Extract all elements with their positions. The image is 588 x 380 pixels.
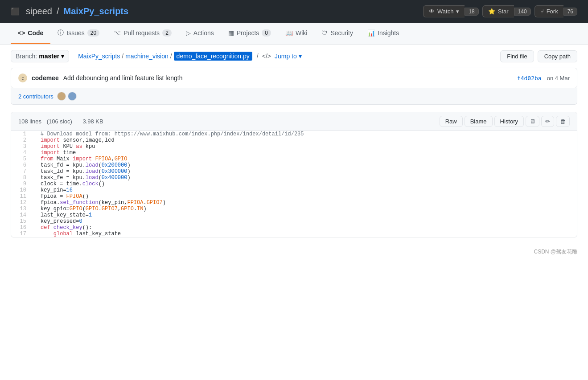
line-number[interactable]: 6 xyxy=(11,162,33,168)
tab-issues-label: Issues xyxy=(66,29,84,37)
tab-code[interactable]: <> Code xyxy=(11,23,50,44)
watch-button[interactable]: 👁 Watch ▾ xyxy=(423,5,465,17)
code-bracket-icon: </> xyxy=(262,53,271,60)
table-row: 13 key_gpio=GPIO(GPIO.GPIO7,GPIO.IN) xyxy=(11,206,577,212)
owner-link[interactable]: sipeed xyxy=(26,6,52,16)
author-link[interactable]: codemee xyxy=(32,74,59,82)
commit-hash-link[interactable]: f4d02ba xyxy=(517,75,542,82)
code-line-content: key_pressed=0 xyxy=(33,218,577,225)
line-number[interactable]: 7 xyxy=(11,168,33,175)
code-line-content: fpioa = FPIOA() xyxy=(33,193,577,200)
nav-tabs: <> Code ⓘ Issues 20 ⌥ Pull requests 2 ▷ … xyxy=(0,23,588,45)
line-number[interactable]: 11 xyxy=(11,193,33,200)
line-number[interactable]: 9 xyxy=(11,181,33,187)
projects-badge: 0 xyxy=(262,29,271,37)
table-row: 1 # Download model from: https://www.mai… xyxy=(11,131,577,137)
path-root-link[interactable]: MaixPy_scripts xyxy=(78,53,120,60)
branch-selector[interactable]: Branch: master ▾ xyxy=(11,50,69,62)
contributor-avatar-1 xyxy=(57,92,66,101)
raw-button[interactable]: Raw xyxy=(440,116,463,127)
fork-count: 76 xyxy=(563,8,577,16)
eye-icon: 👁 xyxy=(429,8,435,15)
table-row: 9 clock = time.clock() xyxy=(11,181,577,187)
line-number[interactable]: 12 xyxy=(11,200,33,206)
table-row: 6 task_fd = kpu.load(0x200000) xyxy=(11,162,577,168)
tab-wiki[interactable]: 📖 Wiki xyxy=(278,23,314,44)
line-number[interactable]: 10 xyxy=(11,187,33,193)
line-number[interactable]: 15 xyxy=(11,218,33,225)
table-row: 10 key_pin=16 xyxy=(11,187,577,193)
table-row: 4 import time xyxy=(11,150,577,156)
code-line-content: import KPU as kpu xyxy=(33,143,577,150)
tab-security[interactable]: 🛡 Security xyxy=(314,23,360,44)
delete-icon-button[interactable]: 🗑 xyxy=(556,116,570,127)
fork-button[interactable]: ⑂ Fork xyxy=(535,5,563,17)
star-button[interactable]: ⭐ Star xyxy=(482,5,514,17)
line-number[interactable]: 14 xyxy=(11,212,33,218)
contributors-link[interactable]: 2 contributors xyxy=(18,93,53,100)
watch-label: Watch xyxy=(437,8,453,15)
table-row: 12 fpioa.set_function(key_pin,FPIOA.GPIO… xyxy=(11,200,577,206)
top-actions: 👁 Watch ▾ 18 ⭐ Star 140 ⑂ Fork 76 xyxy=(423,5,577,17)
code-line-content: from Maix import FPIOA,GPIO xyxy=(33,156,577,162)
line-number[interactable]: 3 xyxy=(11,143,33,150)
breadcrumb-path: MaixPy_scripts / machine_vision / demo_f… xyxy=(78,52,302,61)
tab-code-label: Code xyxy=(28,29,43,37)
jump-to-link[interactable]: Jump to xyxy=(275,53,297,60)
blame-button[interactable]: Blame xyxy=(465,116,493,127)
sloc-count: (106 sloc) xyxy=(47,118,72,125)
watch-count: 18 xyxy=(465,8,478,16)
pr-badge: 2 xyxy=(162,29,172,37)
code-line-content: import sensor,image,lcd xyxy=(33,137,577,143)
line-number[interactable]: 17 xyxy=(11,231,33,237)
insights-icon: 📊 xyxy=(367,29,375,37)
line-number[interactable]: 1 xyxy=(11,131,33,137)
code-icon: <> xyxy=(18,29,25,37)
jump-chevron-icon: ▾ xyxy=(299,53,302,60)
commit-date: on 4 Mar xyxy=(547,75,570,82)
tab-insights[interactable]: 📊 Insights xyxy=(360,23,406,44)
table-row: 14 last_key_state=1 xyxy=(11,212,577,218)
star-count: 140 xyxy=(514,8,531,16)
path-current-file: demo_face_recognition.py xyxy=(174,52,252,61)
star-icon: ⭐ xyxy=(488,8,495,15)
code-line-content: def check_key(): xyxy=(33,225,577,231)
copy-path-button[interactable]: Copy path xyxy=(538,50,577,62)
branch-name: master xyxy=(39,53,59,60)
tab-wiki-label: Wiki xyxy=(296,29,307,37)
fork-label: Fork xyxy=(547,8,558,15)
commit-message: Add debouncing and limit feature list le… xyxy=(63,74,183,82)
tab-pullrequests[interactable]: ⌥ Pull requests 2 xyxy=(107,23,179,44)
line-number[interactable]: 8 xyxy=(11,175,33,181)
breadcrumb-actions: Find file Copy path xyxy=(500,50,577,62)
edit-icon-button[interactable]: ✏ xyxy=(541,116,554,127)
path-dir-link[interactable]: machine_vision xyxy=(125,53,169,60)
tab-projects[interactable]: ▦ Projects 0 xyxy=(221,23,278,44)
tab-projects-label: Projects xyxy=(237,29,259,37)
path-sep-2: / xyxy=(170,53,172,60)
repo-name-link[interactable]: MaixPy_scripts xyxy=(64,6,129,16)
commit-left: c codemee Add debouncing and limit featu… xyxy=(18,74,182,82)
fork-icon: ⑂ xyxy=(540,8,544,15)
tab-security-label: Security xyxy=(330,29,353,37)
line-number[interactable]: 16 xyxy=(11,225,33,231)
security-icon: 🛡 xyxy=(321,29,328,37)
wiki-icon: 📖 xyxy=(285,29,293,37)
find-file-button[interactable]: Find file xyxy=(500,50,534,62)
line-number[interactable]: 13 xyxy=(11,206,33,212)
line-number[interactable]: 5 xyxy=(11,156,33,162)
desktop-icon-button[interactable]: 🖥 xyxy=(526,116,539,127)
breadcrumb-left: Branch: master ▾ MaixPy_scripts / machin… xyxy=(11,50,302,62)
tab-issues[interactable]: ⓘ Issues 20 xyxy=(50,23,107,44)
history-button[interactable]: History xyxy=(494,116,524,127)
pr-icon: ⌥ xyxy=(114,29,121,37)
line-number[interactable]: 2 xyxy=(11,137,33,143)
tab-insights-label: Insights xyxy=(378,29,399,37)
file-header-actions: Raw Blame History 🖥 ✏ 🗑 xyxy=(440,116,570,127)
code-line-content: fpioa.set_function(key_pin,FPIOA.GPIO7) xyxy=(33,200,577,206)
issues-badge: 20 xyxy=(87,29,99,37)
code-line-content: task_ld = kpu.load(0x300000) xyxy=(33,168,577,175)
tab-actions[interactable]: ▷ Actions xyxy=(179,23,221,44)
line-number[interactable]: 4 xyxy=(11,150,33,156)
file-stats: 108 lines (106 sloc) 3.98 KB xyxy=(18,118,103,125)
